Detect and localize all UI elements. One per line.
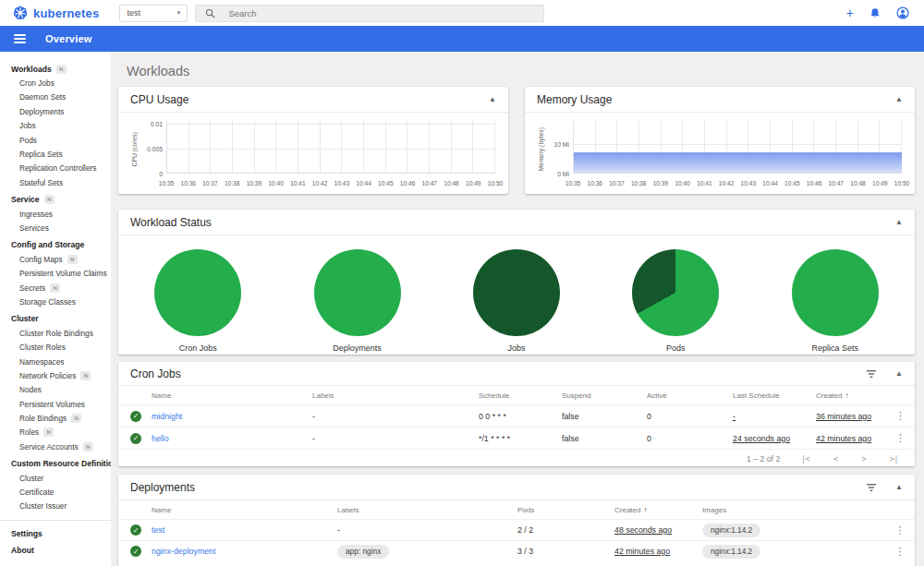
sidebar-item-stateful-sets[interactable]: Stateful Sets [0,175,111,189]
chevron-down-icon: ▾ [177,9,181,17]
cell-active: 0 [647,412,733,421]
sidebar-item-persistent-volumes[interactable]: Persistent Volumes [0,397,111,411]
sidebar-item-cluster-roles[interactable]: Cluster Roles [0,340,111,354]
sidebar-item-persistent-volume-claims[interactable]: Persistent Volume ClaimsN [0,266,111,280]
sidebar-item-role-bindings[interactable]: Role BindingsN [0,411,111,425]
table-header-row: NameLabelsPodsCreated↑Images [118,500,915,519]
sidebar-item-label: Replica Sets [19,150,63,159]
sidebar-item-workloads[interactable]: WorkloadsN [0,62,111,76]
sidebar-item-certificate[interactable]: Certificate [0,485,111,499]
next-page-button[interactable]: > [861,454,867,464]
gridline-horizontal [167,149,495,150]
cpu-usage-card: CPU Usage ▲ CPU (cores) 10:3510:3610:371… [118,87,508,194]
column-header-name[interactable]: Name [152,391,312,400]
sidebar-item-replica-sets[interactable]: Replica Sets [0,147,111,161]
column-header-label: Name [152,391,171,400]
last-page-button[interactable]: >| [889,454,898,464]
sidebar-item-network-policies[interactable]: Network PoliciesN [0,368,111,382]
sidebar-item-cron-jobs[interactable]: Cron Jobs [0,76,111,90]
cron-job-name-link[interactable]: midnight [152,412,312,421]
account-circle-icon[interactable] [896,6,909,19]
sidebar-item-cluster[interactable]: Cluster [0,471,111,485]
deployment-name-link[interactable]: nginx-deployment [152,547,337,556]
sidebar-item-label: Deployments [19,107,64,116]
column-header-last-schedule[interactable]: Last Schedule [733,391,816,400]
status-ok-icon: ✓ [130,433,141,444]
sidebar-item-deployments[interactable]: Deployments [0,104,111,118]
filter-icon[interactable] [866,369,877,379]
column-header-schedule[interactable]: Schedule [479,391,562,400]
collapse-caret-icon[interactable]: ▲ [895,484,903,491]
sidebar-item-config-maps[interactable]: Config MapsN [0,252,111,266]
memory-usage-title: Memory Usage [537,93,612,106]
collapse-caret-icon[interactable]: ▲ [895,370,903,378]
sidebar-item-settings[interactable]: Settings [0,526,111,540]
memory-x-tick: 10:48 [850,180,866,187]
sidebar-item-storage-classes[interactable]: Storage Classes [0,295,111,308]
sidebar-item-label: Namespaces [19,357,64,367]
pie-chart [314,249,401,336]
column-header-name[interactable]: Name [152,506,337,514]
column-header-created[interactable]: Created↑ [614,506,702,514]
row-actions-button[interactable]: ⋮ [885,546,915,558]
column-header-labels[interactable]: Labels [337,506,517,514]
sidebar-item-label: Cluster [11,314,39,323]
filter-icon[interactable] [866,483,877,492]
column-header-label: Images [702,506,726,514]
sidebar-item-namespaces[interactable]: Namespaces [0,355,111,368]
sidebar-item-daemon-sets[interactable]: Daemon Sets [0,90,111,104]
sidebar-item-label: Replication Controllers [19,163,96,173]
row-actions-button[interactable]: ⋮ [886,432,915,444]
sidebar-item-label: Service [11,195,40,204]
collapse-caret-icon[interactable]: ▲ [489,96,496,103]
sidebar-item-nodes[interactable]: Nodes [0,383,111,397]
cpu-x-tick: 10:40 [268,180,284,187]
deployment-name-link[interactable]: test [152,525,337,535]
first-page-button[interactable]: |< [802,454,811,464]
sidebar-item-service-accounts[interactable]: Service AccountsN [0,440,111,453]
sidebar-item-secrets[interactable]: SecretsN [0,281,111,295]
row-actions-button[interactable]: ⋮ [885,524,915,536]
sidebar-divider [0,520,111,521]
namespaced-badge-icon: N [71,414,81,423]
sidebar-item-about[interactable]: About [0,544,111,558]
sidebar-item-cluster-role-bindings[interactable]: Cluster Role Bindings [0,326,111,340]
memory-x-tick: 10:43 [741,180,757,187]
kubernetes-logo[interactable]: kubernetes [13,6,99,20]
column-header-label: Name [152,506,171,514]
column-header-active[interactable]: Active [647,391,733,400]
sidebar-item-cluster-issuer[interactable]: Cluster Issuer [0,500,111,513]
sidebar-item-label: Daemon Sets [19,92,66,102]
column-header-pods[interactable]: Pods [517,506,614,514]
create-resource-button[interactable]: + [846,6,854,19]
column-header-suspend[interactable]: Suspend [562,391,647,400]
search-bar[interactable] [195,5,544,22]
collapse-caret-icon[interactable]: ▲ [895,219,903,226]
column-header-images[interactable]: Images [702,506,885,514]
search-input[interactable] [228,8,534,18]
cron-job-name-link[interactable]: hello [152,434,312,443]
row-actions-button[interactable]: ⋮ [886,410,915,422]
sidebar-item-service[interactable]: ServiceN [0,193,111,207]
collapse-caret-icon[interactable]: ▲ [895,96,903,103]
page-breadcrumb: Overview [45,33,92,44]
previous-page-button[interactable]: < [833,454,839,464]
workload-pie-cron-jobs: Cron Jobs [142,249,253,353]
memory-x-tick: 10:47 [829,180,845,187]
menu-hamburger-icon[interactable] [14,34,26,43]
sidebar-item-ingresses[interactable]: Ingresses [0,207,111,221]
sidebar-item-roles[interactable]: RolesN [0,426,111,440]
notifications-bell-icon[interactable] [869,7,881,19]
column-header-labels[interactable]: Labels [312,391,479,400]
image-chip: nginx:1.14.2 [702,524,760,537]
namespace-select[interactable]: test ▾ [119,5,188,22]
sidebar-item-replication-controllers[interactable]: Replication Controllers [0,162,111,175]
sidebar-item-label: Secrets [19,283,45,293]
sidebar-item-services[interactable]: Services [0,221,111,235]
column-header-created[interactable]: Created↑ [816,391,886,400]
memory-usage-card: Memory Usage ▲ Memory (bytes) 10:3510:36… [525,87,915,194]
labels-value: - [337,525,340,535]
memory-x-tick: 10:40 [675,180,690,187]
sidebar-item-jobs[interactable]: Jobs [0,119,111,133]
sidebar-item-pods[interactable]: Pods [0,133,111,147]
